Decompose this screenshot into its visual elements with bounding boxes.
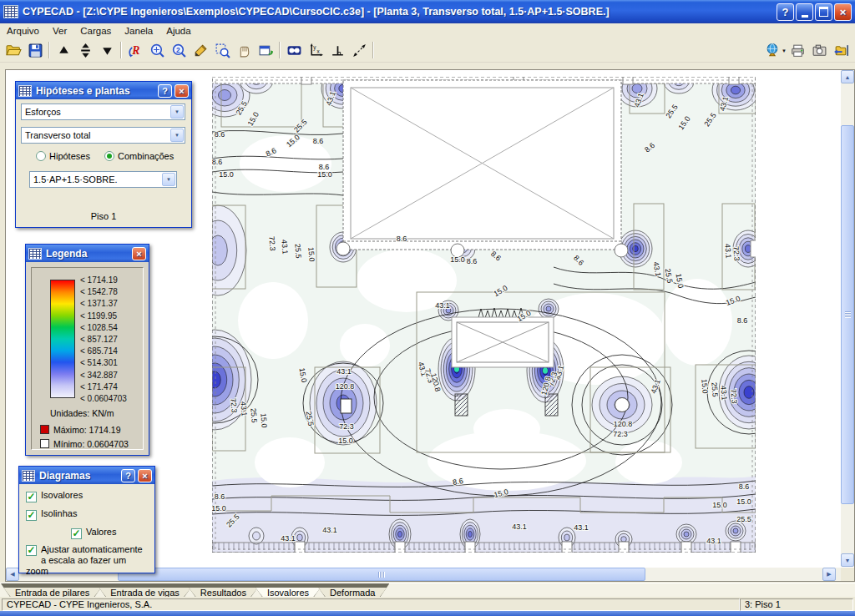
view-3d-button[interactable]	[761, 41, 783, 61]
diagrams-title-bar[interactable]: Diagramas ? ×	[19, 467, 154, 484]
contour-value-label: 43.1	[706, 537, 721, 545]
menu-item-ver[interactable]: Ver	[46, 25, 73, 37]
legend-max: Máximo: 1714.19	[40, 425, 121, 435]
restore-button[interactable]	[815, 3, 832, 21]
legend-title-bar[interactable]: Legenda ×	[26, 245, 149, 262]
contour-value-label: 72.3	[267, 236, 276, 251]
title-bar[interactable]: CYPECAD - [Z:\CYPE Ingenieros\Exemplos\C…	[0, 0, 855, 23]
panel-close-button[interactable]: ×	[132, 247, 146, 260]
open-file-button[interactable]	[3, 40, 24, 60]
scroll-left-button[interactable]: ◀	[6, 568, 19, 581]
tab-isovalores[interactable]: Isovalores	[253, 583, 323, 597]
legend-entry: < 685.714	[80, 346, 118, 356]
contour-value-label: 72.3	[229, 398, 238, 413]
edit-button[interactable]	[190, 40, 211, 60]
exit-button[interactable]	[830, 41, 852, 61]
tab-deformada[interactable]: Deformada	[316, 583, 389, 597]
contour-value-label: 72.3	[729, 389, 738, 404]
scroll-down-button[interactable]: ▼	[841, 553, 854, 567]
pan-button[interactable]	[233, 40, 255, 60]
menu-item-ajuda[interactable]: Ajuda	[159, 25, 197, 37]
menu-item-janela[interactable]: Janela	[118, 25, 159, 37]
legend-entry: < 1199.95	[80, 311, 117, 321]
contour-value-label: 8.6	[313, 137, 324, 145]
thumb-grip	[378, 572, 385, 578]
orthogonal-button[interactable]	[326, 40, 348, 60]
radio-combinacoes[interactable]: Combinações	[104, 151, 174, 161]
level-down-button[interactable]	[96, 40, 118, 60]
chevron-down-icon[interactable]: ▼	[170, 129, 184, 142]
copy-window-button[interactable]	[255, 40, 276, 60]
level-up-button[interactable]	[53, 40, 74, 60]
contour-value-label: 15.0	[712, 501, 727, 509]
radio-icon	[104, 151, 114, 161]
checkbox-checked-icon: ✓	[26, 510, 37, 521]
legend-entry: < 514.301	[80, 358, 118, 367]
menu-item-cargas[interactable]: Cargas	[73, 25, 118, 37]
tab-entrada-de-pilares[interactable]: Entrada de pilares	[1, 583, 104, 597]
panel-icon	[22, 470, 35, 482]
contour-value-label: 43.1	[281, 534, 296, 543]
vertical-scrollbar[interactable]: ▲ ▼	[841, 70, 854, 567]
checkbox-checked-icon: ✓	[26, 492, 37, 502]
horizontal-scroll-thumb[interactable]	[118, 568, 645, 581]
vertical-scroll-thumb[interactable]	[841, 125, 854, 504]
zoom-window-button[interactable]	[211, 40, 233, 60]
scroll-up-button[interactable]: ▲	[841, 70, 854, 83]
axes-button[interactable]: yx	[305, 40, 326, 60]
close-button[interactable]: ×	[834, 3, 852, 21]
diagrams-panel: Diagramas ? × ✓Isovalores ✓Isolinhas ✓Va…	[18, 466, 155, 573]
print-button[interactable]	[787, 41, 808, 61]
help-button[interactable]: ?	[777, 3, 794, 21]
panel-help-button[interactable]: ?	[121, 469, 135, 482]
level-select-button[interactable]	[74, 40, 96, 60]
contour-value-label: 120.8	[614, 420, 633, 428]
checkbox-valores[interactable]: ✓Valores	[71, 527, 116, 539]
legend-entry: < 1542.78	[80, 287, 118, 296]
tab-resultados[interactable]: Resultados	[186, 583, 261, 597]
contour-value-label: 25.5	[736, 515, 751, 523]
chevron-down-icon[interactable]: ▼	[162, 173, 175, 186]
toolbar: R2yx ▼	[0, 38, 855, 63]
measure-button[interactable]	[348, 40, 370, 60]
scroll-right-button[interactable]: ▶	[822, 568, 836, 581]
chevron-down-icon[interactable]: ▼	[170, 105, 184, 119]
floor-label: Piso 1	[16, 211, 191, 221]
contour-value-label: 8.6	[467, 257, 478, 265]
legend-entry: < 0.0604703	[80, 394, 127, 403]
panel-title: Hipóteses e plantas	[36, 85, 130, 97]
legend-panel: Legenda × < 1714.19< 1542.78< 1371.37< 1…	[25, 244, 149, 456]
effort-type-combo[interactable]: Esforços▼	[21, 104, 185, 120]
svg-text:x: x	[316, 48, 320, 54]
status-bar: CYPECAD - CYPE Ingenieros, S.A. 3: Piso …	[0, 598, 855, 611]
contour-value-label: 43.1	[280, 240, 289, 255]
minimize-button[interactable]	[796, 3, 813, 21]
contour-value-label: 15.0	[211, 504, 226, 512]
tab-entrada-de-vigas[interactable]: Entrada de vigas	[96, 583, 194, 597]
result-type-combo[interactable]: Transverso total▼	[21, 127, 185, 144]
contour-value-label: 43.1	[574, 523, 589, 532]
zoom-all-button[interactable]	[146, 40, 168, 60]
photo-button[interactable]	[808, 41, 830, 61]
panel-title: Diagramas	[39, 470, 90, 482]
combination-combo[interactable]: 1.5·AP+1.5·SOBRE.▼	[29, 171, 177, 188]
checkbox-isovalores[interactable]: ✓Isovalores	[26, 490, 83, 502]
panel-close-button[interactable]: ×	[138, 469, 152, 482]
redraw-button[interactable]: R	[124, 40, 146, 60]
view-tab-bar: Entrada de pilaresEntrada de vigasResult…	[0, 583, 855, 597]
save-button[interactable]	[24, 40, 46, 60]
zoom-previous-button[interactable]: 2	[168, 40, 190, 60]
checkbox-isolinhas[interactable]: ✓Isolinhas	[26, 508, 77, 521]
menu-item-arquivo[interactable]: Arquivo	[0, 25, 46, 37]
panel-close-button[interactable]: ×	[175, 84, 189, 98]
contour-value-label: 8.6	[452, 477, 463, 487]
legend-entry: < 857.127	[80, 335, 118, 344]
search-button[interactable]	[283, 40, 305, 60]
panel-help-button[interactable]: ?	[158, 84, 172, 98]
legend-entry: < 342.887	[80, 371, 118, 380]
contour-value-label: 72.3	[613, 430, 628, 438]
checkbox-ajustar-escala[interactable]: ✓Ajustar automaticamente a escala ao faz…	[26, 544, 149, 577]
hipoteses-title-bar[interactable]: Hipóteses e plantas ? ×	[16, 82, 191, 99]
radio-hipoteses[interactable]: Hipóteses	[36, 151, 90, 161]
app-icon	[3, 5, 18, 18]
